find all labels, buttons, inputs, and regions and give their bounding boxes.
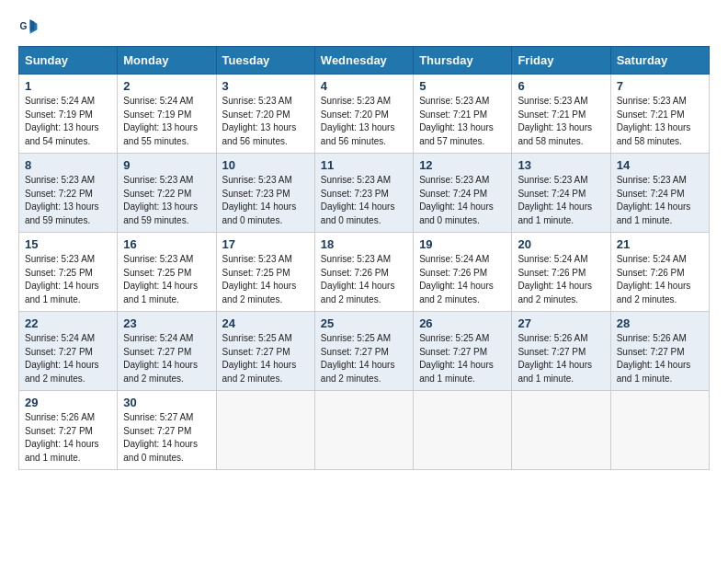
day-info: Sunrise: 5:26 AM Sunset: 7:27 PM Dayligh… — [25, 411, 111, 465]
day-number: 16 — [123, 237, 210, 251]
day-info: Sunrise: 5:24 AM Sunset: 7:19 PM Dayligh… — [25, 95, 111, 148]
calendar-week-5: 29Sunrise: 5:26 AM Sunset: 7:27 PM Dayli… — [19, 391, 710, 470]
day-number: 23 — [123, 316, 210, 330]
day-number: 5 — [419, 79, 506, 93]
calendar-week-2: 8Sunrise: 5:23 AM Sunset: 7:22 PM Daylig… — [19, 154, 710, 233]
calendar-cell: 11Sunrise: 5:23 AM Sunset: 7:23 PM Dayli… — [314, 154, 413, 233]
calendar-cell: 21Sunrise: 5:24 AM Sunset: 7:26 PM Dayli… — [610, 233, 709, 312]
weekday-header-thursday: Thursday — [414, 47, 512, 75]
day-number: 1 — [25, 79, 111, 93]
day-number: 15 — [25, 237, 111, 251]
day-info: Sunrise: 5:23 AM Sunset: 7:20 PM Dayligh… — [222, 95, 309, 148]
calendar-cell: 25Sunrise: 5:25 AM Sunset: 7:27 PM Dayli… — [314, 312, 413, 391]
day-number: 12 — [419, 158, 506, 172]
calendar-cell: 1Sunrise: 5:24 AM Sunset: 7:19 PM Daylig… — [19, 75, 118, 154]
day-number: 21 — [617, 237, 703, 251]
calendar-cell: 13Sunrise: 5:23 AM Sunset: 7:24 PM Dayli… — [512, 154, 610, 233]
day-info: Sunrise: 5:23 AM Sunset: 7:23 PM Dayligh… — [321, 174, 407, 227]
calendar-page: G SundayMondayTuesdayWednesdayThursdayFr… — [0, 0, 728, 563]
day-number: 19 — [419, 237, 506, 251]
day-number: 8 — [25, 158, 111, 172]
day-info: Sunrise: 5:23 AM Sunset: 7:26 PM Dayligh… — [321, 253, 407, 306]
logo-icon: G — [18, 17, 39, 37]
weekday-header-tuesday: Tuesday — [216, 47, 314, 75]
day-number: 20 — [518, 237, 604, 251]
calendar-cell: 17Sunrise: 5:23 AM Sunset: 7:25 PM Dayli… — [216, 233, 314, 312]
calendar-cell: 18Sunrise: 5:23 AM Sunset: 7:26 PM Dayli… — [314, 233, 413, 312]
calendar-cell: 29Sunrise: 5:26 AM Sunset: 7:27 PM Dayli… — [19, 391, 118, 470]
weekday-header-saturday: Saturday — [610, 47, 709, 75]
day-number: 9 — [123, 158, 210, 172]
calendar-cell — [314, 391, 413, 470]
weekday-header-friday: Friday — [512, 47, 610, 75]
calendar-cell: 10Sunrise: 5:23 AM Sunset: 7:23 PM Dayli… — [216, 154, 314, 233]
calendar-cell — [414, 391, 512, 470]
calendar-week-1: 1Sunrise: 5:24 AM Sunset: 7:19 PM Daylig… — [19, 75, 710, 154]
day-info: Sunrise: 5:26 AM Sunset: 7:27 PM Dayligh… — [518, 332, 604, 385]
weekday-header-sunday: Sunday — [19, 47, 118, 75]
day-number: 11 — [321, 158, 407, 172]
calendar-cell: 15Sunrise: 5:23 AM Sunset: 7:25 PM Dayli… — [19, 233, 118, 312]
day-info: Sunrise: 5:24 AM Sunset: 7:26 PM Dayligh… — [518, 253, 604, 306]
day-info: Sunrise: 5:24 AM Sunset: 7:19 PM Dayligh… — [123, 95, 210, 148]
day-number: 22 — [25, 316, 111, 330]
calendar-cell: 2Sunrise: 5:24 AM Sunset: 7:19 PM Daylig… — [118, 75, 216, 154]
calendar-cell: 9Sunrise: 5:23 AM Sunset: 7:22 PM Daylig… — [118, 154, 216, 233]
day-number: 3 — [222, 79, 309, 93]
calendar-cell — [610, 391, 709, 470]
weekday-header-monday: Monday — [118, 47, 216, 75]
day-info: Sunrise: 5:24 AM Sunset: 7:27 PM Dayligh… — [25, 332, 111, 385]
day-info: Sunrise: 5:26 AM Sunset: 7:27 PM Dayligh… — [617, 332, 703, 385]
day-info: Sunrise: 5:23 AM Sunset: 7:20 PM Dayligh… — [321, 95, 407, 148]
day-info: Sunrise: 5:24 AM Sunset: 7:26 PM Dayligh… — [419, 253, 506, 306]
calendar-cell: 3Sunrise: 5:23 AM Sunset: 7:20 PM Daylig… — [216, 75, 314, 154]
weekday-header-wednesday: Wednesday — [314, 47, 413, 75]
day-number: 10 — [222, 158, 309, 172]
day-number: 13 — [518, 158, 604, 172]
day-info: Sunrise: 5:23 AM Sunset: 7:23 PM Dayligh… — [222, 174, 309, 227]
calendar-cell: 5Sunrise: 5:23 AM Sunset: 7:21 PM Daylig… — [414, 75, 512, 154]
day-number: 18 — [321, 237, 407, 251]
calendar-table: SundayMondayTuesdayWednesdayThursdayFrid… — [18, 46, 710, 470]
day-number: 17 — [222, 237, 309, 251]
calendar-cell: 20Sunrise: 5:24 AM Sunset: 7:26 PM Dayli… — [512, 233, 610, 312]
day-number: 30 — [123, 396, 210, 409]
calendar-cell: 23Sunrise: 5:24 AM Sunset: 7:27 PM Dayli… — [118, 312, 216, 391]
day-info: Sunrise: 5:23 AM Sunset: 7:21 PM Dayligh… — [419, 95, 506, 148]
day-info: Sunrise: 5:23 AM Sunset: 7:21 PM Dayligh… — [518, 95, 604, 148]
calendar-cell: 27Sunrise: 5:26 AM Sunset: 7:27 PM Dayli… — [512, 312, 610, 391]
day-info: Sunrise: 5:23 AM Sunset: 7:22 PM Dayligh… — [25, 174, 111, 227]
calendar-cell — [512, 391, 610, 470]
day-number: 26 — [419, 316, 506, 330]
day-number: 2 — [123, 79, 210, 93]
day-info: Sunrise: 5:25 AM Sunset: 7:27 PM Dayligh… — [222, 332, 309, 385]
calendar-cell: 14Sunrise: 5:23 AM Sunset: 7:24 PM Dayli… — [610, 154, 709, 233]
calendar-cell: 8Sunrise: 5:23 AM Sunset: 7:22 PM Daylig… — [19, 154, 118, 233]
calendar-cell: 6Sunrise: 5:23 AM Sunset: 7:21 PM Daylig… — [512, 75, 610, 154]
day-info: Sunrise: 5:23 AM Sunset: 7:24 PM Dayligh… — [419, 174, 506, 227]
calendar-cell: 22Sunrise: 5:24 AM Sunset: 7:27 PM Dayli… — [19, 312, 118, 391]
calendar-cell — [216, 391, 314, 470]
day-info: Sunrise: 5:23 AM Sunset: 7:24 PM Dayligh… — [617, 174, 703, 227]
day-info: Sunrise: 5:23 AM Sunset: 7:22 PM Dayligh… — [123, 174, 210, 227]
day-number: 28 — [617, 316, 703, 330]
calendar-cell: 30Sunrise: 5:27 AM Sunset: 7:27 PM Dayli… — [118, 391, 216, 470]
day-info: Sunrise: 5:27 AM Sunset: 7:27 PM Dayligh… — [123, 411, 210, 465]
calendar-cell: 24Sunrise: 5:25 AM Sunset: 7:27 PM Dayli… — [216, 312, 314, 391]
calendar-week-4: 22Sunrise: 5:24 AM Sunset: 7:27 PM Dayli… — [19, 312, 710, 391]
calendar-cell: 7Sunrise: 5:23 AM Sunset: 7:21 PM Daylig… — [610, 75, 709, 154]
svg-marker-3 — [30, 19, 35, 31]
calendar-cell: 16Sunrise: 5:23 AM Sunset: 7:25 PM Dayli… — [118, 233, 216, 312]
day-number: 24 — [222, 316, 309, 330]
calendar-cell: 28Sunrise: 5:26 AM Sunset: 7:27 PM Dayli… — [610, 312, 709, 391]
day-info: Sunrise: 5:23 AM Sunset: 7:24 PM Dayligh… — [518, 174, 604, 227]
day-info: Sunrise: 5:23 AM Sunset: 7:25 PM Dayligh… — [123, 253, 210, 306]
day-number: 27 — [518, 316, 604, 330]
calendar-week-3: 15Sunrise: 5:23 AM Sunset: 7:25 PM Dayli… — [19, 233, 710, 312]
day-info: Sunrise: 5:23 AM Sunset: 7:21 PM Dayligh… — [617, 95, 703, 148]
calendar-cell: 4Sunrise: 5:23 AM Sunset: 7:20 PM Daylig… — [314, 75, 413, 154]
day-number: 25 — [321, 316, 407, 330]
calendar-cell: 19Sunrise: 5:24 AM Sunset: 7:26 PM Dayli… — [414, 233, 512, 312]
page-header: G — [18, 17, 710, 37]
svg-text:G: G — [20, 21, 28, 31]
